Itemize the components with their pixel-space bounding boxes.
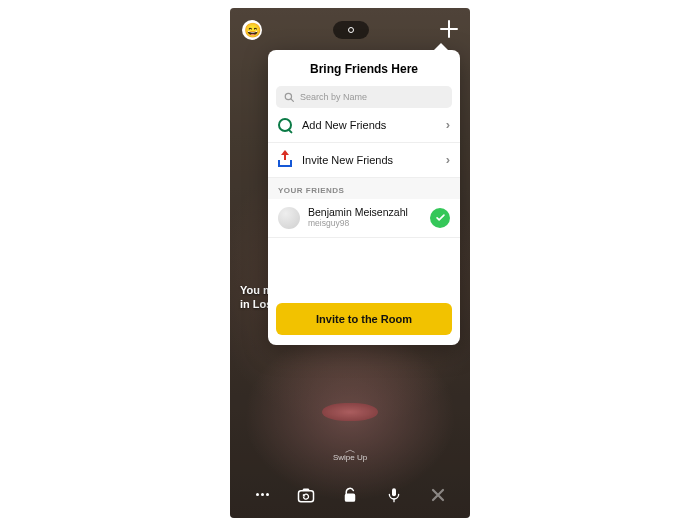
- invite-friends-label: Invite New Friends: [302, 154, 393, 166]
- more-button[interactable]: [251, 484, 273, 506]
- swipe-label: Swipe Up: [333, 453, 367, 462]
- svg-rect-1: [299, 490, 314, 501]
- close-button[interactable]: [427, 484, 449, 506]
- add-button[interactable]: [440, 16, 458, 44]
- unlock-icon: [341, 486, 359, 504]
- plus-icon: [440, 20, 458, 38]
- friend-text: Benjamin Meisenzahl meisguy98: [308, 207, 408, 228]
- popover-title: Bring Friends Here: [268, 50, 460, 86]
- add-friends-label: Add New Friends: [302, 119, 386, 131]
- swipe-up-hint[interactable]: ︿ Swipe Up: [333, 447, 367, 462]
- mic-icon: [386, 486, 402, 504]
- flip-camera-icon: [296, 485, 316, 505]
- invite-popover: Bring Friends Here Search by Name Add Ne…: [268, 50, 460, 345]
- lock-button[interactable]: [339, 484, 361, 506]
- search-icon: [284, 92, 294, 102]
- friend-username: meisguy98: [308, 219, 408, 228]
- close-icon: [430, 487, 446, 503]
- avatar: [278, 207, 300, 229]
- phone-frame: 😄 You m in Los Bring Friends Here Search…: [230, 8, 470, 518]
- check-icon: [435, 212, 446, 223]
- invite-new-friends-row[interactable]: Invite New Friends ›: [268, 143, 460, 178]
- emoji-icon: 😄: [244, 23, 261, 37]
- magnifier-add-icon: [278, 118, 292, 132]
- svg-rect-2: [345, 493, 356, 501]
- selected-check[interactable]: [430, 208, 450, 228]
- friend-name: Benjamin Meisenzahl: [308, 207, 408, 219]
- camera-pill[interactable]: [333, 21, 369, 39]
- chevron-right-icon: ›: [446, 117, 450, 132]
- top-bar: 😄: [230, 16, 470, 44]
- chevron-right-icon: ›: [446, 152, 450, 167]
- share-icon: [278, 153, 292, 167]
- search-placeholder: Search by Name: [300, 92, 367, 102]
- reactions-button[interactable]: 😄: [242, 20, 262, 40]
- friends-section-header: YOUR FRIENDS: [268, 178, 460, 199]
- friend-row[interactable]: Benjamin Meisenzahl meisguy98: [268, 199, 460, 238]
- search-input[interactable]: Search by Name: [276, 86, 452, 108]
- invite-to-room-button[interactable]: Invite to the Room: [276, 303, 452, 335]
- face-lips: [322, 403, 378, 421]
- flip-camera-button[interactable]: [295, 484, 317, 506]
- mic-button[interactable]: [383, 484, 405, 506]
- bottom-toolbar: [230, 484, 470, 506]
- add-new-friends-row[interactable]: Add New Friends ›: [268, 108, 460, 143]
- record-indicator-icon: [348, 27, 354, 33]
- invite-button-label: Invite to the Room: [316, 313, 412, 325]
- svg-rect-3: [392, 488, 396, 496]
